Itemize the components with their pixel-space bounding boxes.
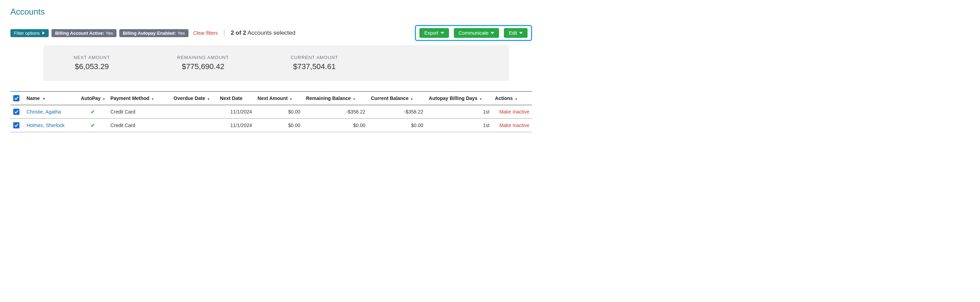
chevron-down-icon <box>491 30 494 36</box>
header-remaining-balance[interactable]: Remaining Balance ♦ <box>303 92 368 105</box>
make-inactive-link[interactable]: Make Inactive <box>500 109 529 115</box>
summary-value: $737,504.61 <box>280 62 349 71</box>
select-all-checkbox[interactable] <box>13 95 19 101</box>
current-balance-cell: $0.00 <box>368 119 426 132</box>
filter-chip-active[interactable]: Billing Account Active: Yes <box>51 29 116 37</box>
header-next-amount[interactable]: Next Amount ♦ <box>255 92 303 105</box>
header-next-date-label: Next Date <box>220 95 243 101</box>
next-date-cell: 11/1/2024 <box>217 105 255 119</box>
row-checkbox[interactable] <box>13 122 19 128</box>
communicate-button[interactable]: Communicate <box>454 28 499 38</box>
accounts-table: Name ▼ AutoPay ♦ Payment Method ♦ Overdu… <box>10 91 532 132</box>
export-label: Export <box>424 30 438 36</box>
header-autopay-label: AutoPay <box>81 95 101 101</box>
header-current-balance[interactable]: Current Balance ♦ <box>368 92 426 105</box>
table-row: Holmes, Sherlock✔Credit Card11/1/2024$0.… <box>10 119 532 132</box>
header-actions[interactable]: Actions ♦ <box>492 92 532 105</box>
header-name-label: Name <box>26 95 40 101</box>
billing-days-cell: 1st <box>426 105 492 119</box>
summary-value: $6,053.29 <box>57 62 127 71</box>
summary-card: NEXT AMOUNT $6,053.29 REMAINING AMOUNT $… <box>43 45 509 81</box>
header-payment-method[interactable]: Payment Method ♦ <box>107 92 171 105</box>
filter-chip-value: Yes <box>106 30 113 36</box>
select-all-header <box>10 92 24 105</box>
filter-chip-label: Billing Autopay Enabled: <box>123 30 176 36</box>
summary-next-amount: NEXT AMOUNT $6,053.29 <box>57 55 127 71</box>
sort-icon: ♦ <box>208 97 209 101</box>
next-amount-cell: $0.00 <box>255 119 303 132</box>
edit-button[interactable]: Edit <box>504 28 528 38</box>
account-name-link[interactable]: Holmes, Sherlock <box>26 123 65 128</box>
remaining-balance-cell: $0.00 <box>303 119 368 132</box>
sort-icon: ♦ <box>353 97 355 101</box>
chevron-down-icon <box>441 30 444 36</box>
billing-days-cell: 1st <box>426 119 492 132</box>
check-icon <box>14 123 18 127</box>
header-overdue-date-label: Overdue Date <box>173 95 205 101</box>
header-overdue-date[interactable]: Overdue Date ♦ <box>171 92 217 105</box>
header-remaining-balance-label: Remaining Balance <box>306 95 351 101</box>
header-autopay[interactable]: AutoPay ♦ <box>78 92 108 105</box>
sort-icon: ♦ <box>480 97 482 101</box>
header-actions-label: Actions <box>495 95 512 101</box>
sort-icon: ♦ <box>515 97 517 101</box>
chevron-right-icon <box>42 30 45 36</box>
export-button[interactable]: Export <box>419 28 449 38</box>
sort-icon: ♦ <box>290 97 292 101</box>
summary-label: CURRENT AMOUNT <box>280 55 349 60</box>
row-checkbox[interactable] <box>13 109 19 115</box>
communicate-label: Communicate <box>459 30 488 36</box>
autopay-check-icon: ✔ <box>91 123 95 128</box>
make-inactive-link[interactable]: Make Inactive <box>500 123 529 128</box>
summary-current-amount: CURRENT AMOUNT $737,504.61 <box>280 55 349 71</box>
sort-desc-icon: ▼ <box>42 97 46 101</box>
sort-icon: ♦ <box>152 97 153 101</box>
check-icon <box>14 96 18 100</box>
selection-count-rest: Accounts selected <box>246 30 296 36</box>
filter-chip-autopay[interactable]: Billing Autopay Enabled: Yes <box>119 29 188 37</box>
payment-method-cell: Credit Card <box>107 119 171 132</box>
next-date-cell: 11/1/2024 <box>217 119 255 132</box>
check-icon <box>14 110 18 114</box>
account-name-link[interactable]: Christie, Agatha <box>26 109 61 115</box>
header-autopay-billing-days-label: Autopay Billing Days <box>429 95 477 101</box>
table-row: Christie, Agatha✔Credit Card11/1/2024$0.… <box>10 105 532 119</box>
chevron-down-icon <box>519 30 523 36</box>
next-amount-cell: $0.00 <box>255 105 303 119</box>
summary-value: $775,690.42 <box>168 62 238 71</box>
edit-label: Edit <box>509 30 517 36</box>
filter-chip-label: Billing Account Active: <box>55 30 104 36</box>
filter-chip-value: Yes <box>177 30 185 36</box>
sort-icon: ♦ <box>411 97 413 101</box>
payment-method-cell: Credit Card <box>107 105 171 119</box>
filter-options-button[interactable]: Filter options <box>10 29 49 37</box>
selection-count: 2 of 2 Accounts selected <box>231 30 295 36</box>
clear-filters-link[interactable]: Clear filters <box>193 30 218 36</box>
toolbar: Filter options Billing Account Active: Y… <box>10 25 532 41</box>
overdue-date-cell <box>171 105 217 119</box>
filter-options-label: Filter options <box>14 30 40 36</box>
divider <box>224 29 224 37</box>
bulk-action-group: Export Communicate Edit <box>415 25 532 41</box>
summary-remaining-amount: REMAINING AMOUNT $775,690.42 <box>168 55 238 71</box>
remaining-balance-cell: -$358.22 <box>303 105 368 119</box>
autopay-check-icon: ✔ <box>91 109 95 115</box>
summary-label: REMAINING AMOUNT <box>168 55 238 60</box>
sort-icon: ♦ <box>103 97 105 101</box>
overdue-date-cell <box>171 119 217 132</box>
header-next-amount-label: Next Amount <box>258 95 288 101</box>
header-name[interactable]: Name ▼ <box>24 92 78 105</box>
header-autopay-billing-days[interactable]: Autopay Billing Days ♦ <box>426 92 492 105</box>
header-current-balance-label: Current Balance <box>371 95 409 101</box>
page-title: Accounts <box>10 7 532 17</box>
selection-count-bold: 2 of 2 <box>231 30 246 36</box>
header-payment-method-label: Payment Method <box>110 95 149 101</box>
current-balance-cell: -$358.22 <box>368 105 426 119</box>
summary-label: NEXT AMOUNT <box>57 55 127 60</box>
header-next-date[interactable]: Next Date <box>217 92 255 105</box>
